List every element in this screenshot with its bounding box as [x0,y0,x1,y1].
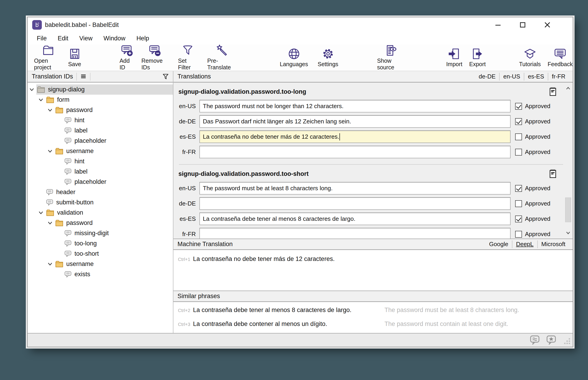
tree-node-signup-dialog[interactable]: signup-dialog [28,84,173,95]
menu-window[interactable]: Window [100,34,129,43]
translation-input[interactable]: The password must not be longer than 12 … [199,100,511,113]
approved-checkbox[interactable] [515,133,522,140]
chevron-down-icon[interactable] [47,107,53,113]
translation-input[interactable] [199,228,511,239]
notes-icon[interactable] [548,87,558,97]
notes-icon[interactable] [548,169,558,179]
languages-button[interactable]: Languages [280,48,308,68]
tab-de-DE[interactable]: de-DE [475,73,499,80]
tree-node-submit-button[interactable]: submit-button [28,197,173,208]
translation-key-icon [64,179,72,185]
translation-input[interactable]: The password must be at least 8 characte… [199,182,511,194]
tree-node-password[interactable]: password [28,218,173,228]
translation-id: signup-dialog.validation.password.too-sh… [178,171,309,177]
minimize-button[interactable] [493,19,503,30]
tree-node-label[interactable]: label [28,125,173,136]
approved-checkbox[interactable] [515,149,522,155]
translation-input-focused[interactable]: La contraseña no debe tener más de 12 ca… [199,131,511,143]
import-button[interactable]: Import [446,48,462,68]
resize-grip[interactable] [564,338,571,345]
statusbar [28,333,573,347]
tree-node-password[interactable]: password [28,105,173,115]
tab-es-ES[interactable]: es-ES [524,73,548,80]
bubble-plus-icon [121,44,133,57]
filter-funnel-icon[interactable] [162,73,169,80]
machine-translation-body: Ctrl+1 La contraseña no debe tener más d… [173,250,573,291]
open-project-button[interactable]: Open project [34,44,62,71]
language-label: de-DE [178,200,199,207]
tree-node-placeholder[interactable]: placeholder [28,177,173,187]
tab-microsoft[interactable]: Microsoft [538,241,569,248]
approved-control: Approved [511,149,564,155]
scroll-down-icon[interactable] [565,230,571,235]
chevron-down-icon[interactable] [38,210,44,216]
tab-deepl[interactable]: DeepL [512,241,537,248]
tab-en-US[interactable]: en-US [500,73,524,80]
chevron-down-icon[interactable] [29,87,35,92]
tree-node-header[interactable]: header [28,187,173,197]
menu-view[interactable]: View [76,34,96,43]
tree-node-form[interactable]: form [28,95,173,105]
chevron-down-icon[interactable] [47,220,53,226]
show-source-button[interactable]: Show source [377,44,405,71]
set-filter-button[interactable]: Set Filter [178,44,198,71]
translation-ids-panel: Translation IDs signup-dialog form [28,71,173,333]
export-button[interactable]: Export [469,48,486,68]
translation-input[interactable] [199,146,511,158]
vertical-scrollbar[interactable] [565,83,571,238]
similar-phrase-item[interactable]: Ctrl+3 La contraseña debe contener al me… [178,321,568,327]
tree-node-username[interactable]: username [28,146,173,156]
menu-edit[interactable]: Edit [54,34,72,43]
translation-input[interactable]: La contraseña debe tener al menos 8 cara… [199,213,511,225]
tree-node-too-long[interactable]: too-long [28,238,173,249]
approved-checkbox[interactable] [515,216,522,222]
translations-panel: Translations de-DE en-US es-ES fr-FR sig… [173,71,573,333]
tree-node-label[interactable]: label [28,167,173,177]
menu-help[interactable]: Help [133,34,153,43]
approved-checkbox[interactable] [515,200,522,207]
feedback-button[interactable]: Feedback [547,48,573,68]
translation-input[interactable]: Das Passwort darf nicht länger als 12 Ze… [199,115,511,128]
tree-node-username[interactable]: username [28,259,173,269]
remove-ids-button[interactable]: Remove IDs [141,44,168,71]
tree-node-hint[interactable]: hint [28,156,173,167]
close-button[interactable] [542,19,553,30]
separator [76,73,77,80]
tab-fr-FR[interactable]: fr-FR [548,73,569,80]
scrollbar-thumb[interactable] [565,198,571,222]
approved-checkbox[interactable] [515,103,522,110]
approved-checkbox[interactable] [515,185,522,192]
similar-phrase-item[interactable]: Ctrl+2 La contraseña debe tener al menos… [178,306,568,314]
tree-panel-header: Translation IDs [28,71,173,83]
menu-file[interactable]: File [33,34,50,43]
language-label: en-US [178,103,199,110]
tree-node-placeholder[interactable]: placeholder [28,136,173,146]
tree-node-validation[interactable]: validation [28,208,173,218]
tree-node-exists[interactable]: exists [28,269,173,279]
translation-group-too-short: signup-dialog.validation.password.too-sh… [178,167,564,239]
tree-node-too-short[interactable]: too-short [28,249,173,259]
hamburger-menu-icon[interactable] [80,73,87,80]
save-button[interactable]: Save [68,48,81,68]
tree-node-missing-digit[interactable]: missing-digit [28,228,173,238]
folder-icon [55,107,63,114]
maximize-button[interactable] [517,19,528,30]
similar-phrases-header: Similar phrases [173,291,573,302]
whats-new-bubble-icon[interactable] [529,335,540,345]
rate-star-bubble-icon[interactable] [546,335,557,345]
add-id-button[interactable]: Add ID [120,44,135,71]
tutorials-button[interactable]: Tutorials [519,48,541,68]
chevron-down-icon[interactable] [38,97,44,103]
chevron-down-icon[interactable] [47,149,53,154]
approved-checkbox[interactable] [515,118,522,125]
mt-suggestion[interactable]: Ctrl+1 La contraseña no debe tener más d… [178,255,568,263]
tree-node-hint[interactable]: hint [28,115,173,125]
pre-translate-button[interactable]: Pre-Translate [207,44,237,71]
chevron-down-icon[interactable] [47,261,53,267]
settings-button[interactable]: Settings [317,48,338,68]
scroll-up-icon[interactable] [565,86,571,91]
translation-input[interactable] [199,197,511,210]
tab-google[interactable]: Google [485,241,512,248]
approved-checkbox[interactable] [515,231,522,238]
translation-key-icon [64,127,72,134]
